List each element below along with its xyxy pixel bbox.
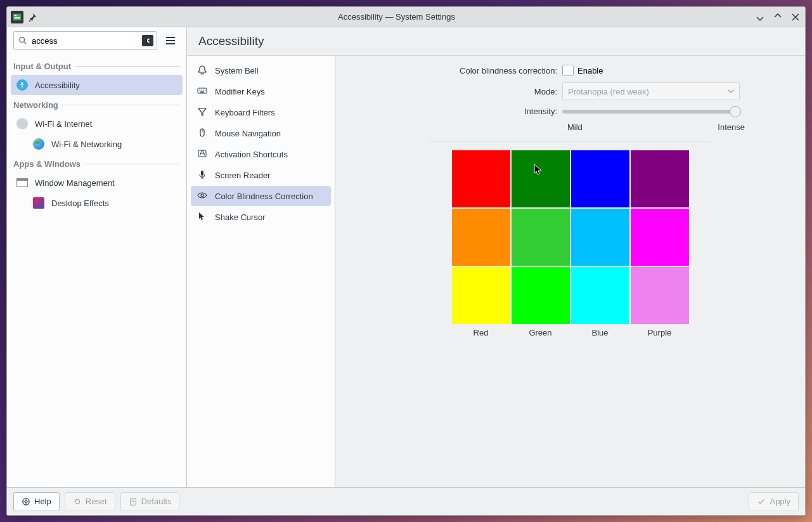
svg-rect-23 — [201, 171, 203, 176]
page-title: Accessibility — [198, 34, 264, 48]
sidebar-group-header: Input & Output — [11, 56, 183, 75]
mic-icon — [197, 169, 209, 181]
svg-point-16 — [203, 89, 203, 90]
color-swatch — [631, 150, 689, 207]
pin-icon[interactable] — [26, 11, 39, 23]
color-column-label: Purple — [631, 328, 689, 337]
subpage-pane: System BellModifier KeysKeyboard Filters… — [187, 56, 335, 487]
settings-window: Accessibility — System Settings — [6, 6, 806, 516]
subpage-shake-cursor[interactable]: Shake Cursor — [191, 207, 331, 227]
search-input[interactable] — [13, 31, 157, 50]
svg-rect-1 — [15, 15, 17, 16]
bell-icon — [197, 65, 209, 76]
sidebar-group-header: Networking — [11, 95, 183, 114]
shortcut-icon: A — [197, 148, 209, 160]
color-swatch — [571, 267, 629, 324]
filter-icon — [197, 107, 209, 118]
mode-dropdown[interactable]: Protanopia (red weak) — [562, 82, 740, 100]
svg-point-14 — [199, 89, 200, 90]
subpage-label: Activation Shortcuts — [215, 150, 288, 159]
svg-rect-2 — [15, 17, 20, 18]
mode-value: Protanopia (red weak) — [568, 87, 649, 96]
subpage-label: Shake Cursor — [215, 212, 265, 222]
subpage-label: Color Blindness Correction — [215, 192, 313, 201]
close-button[interactable] — [790, 11, 801, 23]
maximize-button[interactable] — [772, 11, 783, 23]
enable-label: Enable — [577, 66, 603, 75]
help-button[interactable]: Help — [13, 492, 60, 511]
slider-min-label: Mild — [567, 122, 583, 132]
svg-line-5 — [24, 42, 27, 44]
separator — [429, 141, 711, 141]
slider-thumb[interactable] — [730, 106, 741, 117]
intensity-slider[interactable] — [562, 110, 740, 114]
sidebar-item-wi-fi-internet[interactable]: Wi-Fi & Internet — [11, 114, 183, 134]
color-column-label: Green — [512, 328, 570, 337]
sidebar: Input & OutputAccessibilityNetworkingWi-… — [7, 27, 187, 487]
subpage-keyboard-filters[interactable]: Keyboard Filters — [191, 102, 331, 122]
color-swatch — [452, 150, 510, 207]
subpage-screen-reader[interactable]: Screen Reader — [191, 165, 331, 185]
color-swatch — [452, 267, 510, 324]
sidebar-item-window-management[interactable]: Window Management — [11, 173, 183, 193]
subpage-activation-shortcuts[interactable]: AActivation Shortcuts — [191, 144, 331, 164]
color-preview-grid — [361, 150, 780, 324]
subpage-color-blindness-correction[interactable]: Color Blindness Correction — [191, 186, 331, 206]
color-swatch — [571, 209, 629, 266]
subpage-label: Keyboard Filters — [215, 108, 275, 117]
svg-point-12 — [22, 82, 23, 84]
search-icon — [18, 36, 27, 45]
color-swatch — [631, 209, 689, 266]
svg-point-4 — [20, 37, 25, 42]
color-swatch — [512, 267, 570, 324]
page-header: Accessibility — [187, 27, 805, 56]
keyboard-icon — [197, 86, 209, 97]
app-icon — [11, 11, 23, 23]
clear-search-button[interactable] — [142, 35, 153, 46]
subpage-label: Modifier Keys — [215, 87, 265, 96]
eye-icon — [197, 190, 209, 202]
correction-label: Color blindness correction: — [361, 66, 562, 75]
sidebar-item-label: Wi-Fi & Internet — [35, 119, 92, 129]
color-swatch — [571, 150, 629, 207]
reset-button: Reset — [65, 492, 115, 511]
svg-point-15 — [201, 89, 202, 90]
svg-rect-13 — [198, 88, 207, 93]
chevron-down-icon — [728, 88, 734, 95]
titlebar: Accessibility — System Settings — [7, 7, 805, 27]
footer: Help Reset Defaults Apply — [7, 487, 805, 515]
subpage-system-bell[interactable]: System Bell — [191, 60, 331, 81]
subpage-label: System Bell — [215, 66, 259, 75]
slider-max-label: Intense — [718, 122, 745, 132]
color-column-label: Red — [452, 328, 510, 337]
apply-button: Apply — [749, 492, 799, 511]
sidebar-item-desktop-effects[interactable]: Desktop Effects — [11, 193, 183, 213]
menu-button[interactable] — [161, 31, 180, 50]
enable-checkbox[interactable] — [562, 65, 574, 76]
mouse-icon — [197, 127, 209, 139]
sidebar-item-label: Wi-Fi & Networking — [51, 140, 122, 149]
svg-point-26 — [25, 500, 27, 503]
minimize-button[interactable] — [754, 11, 766, 23]
svg-point-24 — [201, 194, 203, 197]
sidebar-group-header: Apps & Windows — [11, 154, 183, 173]
subpage-mouse-navigation[interactable]: Mouse Navigation — [191, 123, 331, 143]
svg-point-17 — [205, 89, 205, 90]
sidebar-item-label: Desktop Effects — [51, 199, 109, 208]
color-column-label: Blue — [571, 328, 629, 337]
window-title: Accessibility — System Settings — [39, 12, 754, 22]
subpage-modifier-keys[interactable]: Modifier Keys — [191, 81, 331, 101]
intensity-label: Intensity: — [361, 107, 562, 116]
mode-label: Mode: — [361, 87, 562, 96]
sidebar-item-wi-fi-networking[interactable]: Wi-Fi & Networking — [11, 134, 183, 154]
subpage-label: Screen Reader — [215, 171, 270, 180]
sidebar-item-accessibility[interactable]: Accessibility — [11, 75, 183, 95]
color-swatch — [631, 267, 689, 324]
sidebar-item-label: Window Management — [35, 178, 115, 188]
subpage-label: Mouse Navigation — [215, 129, 281, 138]
color-swatch — [512, 209, 570, 266]
defaults-button: Defaults — [120, 492, 180, 511]
sidebar-item-label: Accessibility — [35, 81, 80, 90]
svg-text:A: A — [200, 148, 205, 157]
svg-rect-3 — [15, 18, 20, 18]
